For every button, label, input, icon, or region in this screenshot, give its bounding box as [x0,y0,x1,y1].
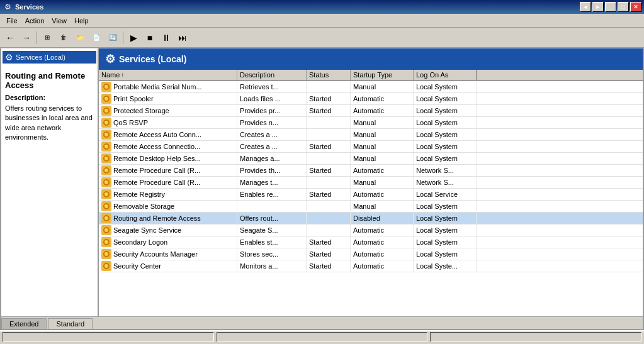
service-icon [101,189,111,199]
menu-file[interactable]: File [3,16,21,26]
col-status[interactable]: Status [307,70,351,80]
cell-logon: Local System [414,105,477,116]
cell-status: Started [307,260,351,272]
table-row[interactable]: Seagate Sync Service Seagate S... Automa… [99,225,643,236]
toolbar-play[interactable]: ▶ [126,30,141,45]
cell-status [307,201,351,212]
cell-status [307,153,351,164]
table-row[interactable]: Remote Desktop Help Ses... Manages a... … [99,153,643,165]
cell-status: Started [307,236,351,248]
cell-description: Creates a ... [237,141,307,152]
cell-name: Remote Registry [99,189,237,200]
svg-point-15 [105,121,106,123]
table-row[interactable]: Remote Access Connectio... Creates a ...… [99,141,643,153]
service-icon [101,118,111,128]
table-header: Name ↑ Description Status Startup Type L… [99,70,643,81]
toolbar-snap4[interactable]: 📄 [89,30,104,45]
table-row[interactable]: Removable Storage Manual Local System [99,201,643,213]
right-panel: ⚙ Services (Local) Name ↑ Description St… [99,48,643,316]
table-row[interactable]: QoS RSVP Provides n... Manual Local Syst… [99,117,643,129]
table-row[interactable]: Protected Storage Provides pr... Started… [99,105,643,117]
cell-startup-type: Automatic [351,189,414,200]
menu-help[interactable]: Help [71,16,93,26]
window-title: Services [15,3,43,11]
right-panel-header: ⚙ Services (Local) [99,48,643,70]
toolbar-forward[interactable]: → [19,30,34,45]
close-btn[interactable]: ✕ [630,2,641,12]
table-row[interactable]: Print Spooler Loads files ... Started Au… [99,93,643,105]
cell-name: Removable Storage [99,201,237,212]
cell-description: Monitors a... [237,260,307,272]
table-body[interactable]: Portable Media Serial Num... Retrieves t… [99,81,643,316]
forward-btn[interactable]: ► [592,2,604,12]
nav-services-local[interactable]: ⚙ Services (Local) [3,51,96,64]
services-local-icon: ⚙ [5,52,13,62]
cell-startup-type: Manual [351,117,414,128]
cell-status: Started [307,165,351,176]
cell-status: Started [307,93,351,104]
toolbar-restart[interactable]: ⏭ [175,30,190,45]
cell-logon: Network S... [414,177,477,188]
cell-name: Security Center [99,260,237,272]
service-icon [101,94,111,104]
table-row[interactable]: Remote Procedure Call (R... Manages t...… [99,177,643,189]
toolbar-pause[interactable]: ⏸ [159,30,174,45]
table-row[interactable]: Routing and Remote Access Offers rout...… [99,213,643,225]
tab-extended[interactable]: Extended [1,318,47,329]
svg-point-27 [105,157,106,158]
cell-name: Routing and Remote Access [99,213,237,224]
table-row[interactable]: Remote Registry Enables re... Started Au… [99,189,643,201]
svg-point-3 [105,86,106,87]
menu-bar: File Action View Help [0,14,644,28]
detail-section: Routing and Remote Access Description: O… [1,66,98,148]
tab-bar: Extended Standard [1,316,643,329]
col-description[interactable]: Description [237,70,307,80]
cell-status: Started [307,189,351,200]
tab-standard[interactable]: Standard [48,318,93,329]
col-startup-type[interactable]: Startup Type [351,70,414,80]
table-row[interactable]: Remote Access Auto Conn... Creates a ...… [99,129,643,141]
table-row[interactable]: Secondary Logon Enables st... Started Au… [99,236,643,248]
back-btn[interactable]: ◄ [580,2,591,12]
toolbar-snap1[interactable]: ⊞ [40,30,55,45]
cell-description: Offers rout... [237,213,307,224]
cell-logon: Local System [414,236,477,248]
minimize-btn[interactable]: _ [605,2,616,12]
cell-description: Provides n... [237,117,307,128]
services-table: Name ↑ Description Status Startup Type L… [99,70,643,316]
svg-point-35 [105,181,106,182]
toolbar-snap2[interactable]: 🗑 [56,30,71,45]
cell-startup-type: Automatic [351,225,414,236]
toolbar-snap5[interactable]: 🔄 [105,30,120,45]
table-row[interactable]: Security Accounts Manager Stores sec... … [99,248,643,260]
svg-point-19 [105,133,106,135]
sort-arrow: ↑ [121,72,124,78]
svg-point-23 [105,145,106,147]
toolbar-stop[interactable]: ■ [142,30,157,45]
svg-point-55 [105,241,106,242]
service-icon [101,141,111,152]
toolbar-snap3[interactable]: 📁 [72,30,88,45]
cell-name: Remote Access Auto Conn... [99,129,237,140]
service-icon [101,165,111,175]
menu-view[interactable]: View [48,16,71,26]
col-logon[interactable]: Log On As [414,70,477,80]
table-row[interactable]: Portable Media Serial Num... Retrieves t… [99,81,643,93]
service-icon [101,106,111,116]
cell-startup-type: Manual [351,129,414,140]
svg-point-11 [105,109,106,111]
table-row[interactable]: Remote Procedure Call (R... Provides th.… [99,165,643,177]
cell-status: Started [307,105,351,116]
cell-logon: Local Service [414,189,477,200]
cell-description: Manages t... [237,177,307,188]
col-name[interactable]: Name ↑ [99,70,237,80]
toolbar-back[interactable]: ← [3,30,18,45]
maximize-btn[interactable]: □ [618,2,629,12]
cell-logon: Local System [414,248,477,260]
menu-action[interactable]: Action [21,16,48,26]
cell-name: Secondary Logon [99,236,237,248]
right-panel-title: Services (Local) [119,54,186,64]
svg-point-43 [105,205,106,206]
cell-name: Protected Storage [99,105,237,116]
table-row[interactable]: Security Center Monitors a... Started Au… [99,260,643,272]
